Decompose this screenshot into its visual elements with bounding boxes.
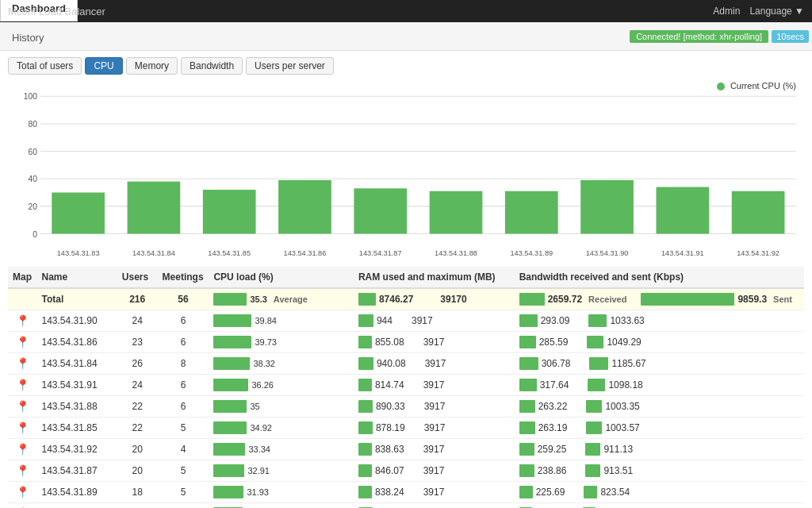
row-map-cell[interactable]: 📍 — [8, 332, 36, 353]
svg-text:143.54.31.84: 143.54.31.84 — [132, 249, 175, 257]
row-bw-recv-value: 238.86 — [538, 465, 567, 476]
row-bw: 317.64 1098.18 — [515, 375, 804, 396]
row-map-cell[interactable]: 📍 — [8, 353, 36, 375]
language-dropdown[interactable]: Language ▼ — [749, 6, 804, 17]
total-bw-sent-bar — [641, 293, 734, 306]
row-bw-sent-bar — [586, 400, 602, 413]
th-ram: RAM used and maximum (MB) — [354, 267, 515, 288]
row-ram: 940.08 3917 — [354, 353, 515, 375]
map-pin-icon[interactable]: 📍 — [16, 486, 29, 498]
row-bw-sent-bar — [587, 336, 603, 348]
row-ram-max: 3917 — [423, 444, 445, 455]
row-bw-recv-value: 225.69 — [536, 487, 565, 498]
row-ram: 890.33 3917 — [354, 396, 515, 418]
table-row: 📍 143.54.31.89 18 5 31.93 838.24 3917 22… — [8, 482, 804, 503]
row-ram: 900.91 3917 — [354, 503, 515, 508]
th-name: Name — [36, 267, 117, 288]
row-bw-sent-value: 911.13 — [603, 444, 633, 455]
row-name: 143.54.31.83 — [36, 503, 117, 508]
row-ram-value: 814.74 — [375, 379, 404, 391]
row-bw-sent-value: 913.51 — [603, 465, 633, 476]
row-cpu-value: 34.92 — [250, 423, 272, 433]
table-row: 📍 143.54.31.84 26 8 38.32 940.08 3917 30… — [8, 353, 804, 375]
row-name: 143.54.31.91 — [36, 375, 117, 396]
row-cpu-value: 33.34 — [248, 444, 270, 454]
row-bw-recv-bar — [519, 400, 535, 413]
row-map-cell[interactable]: 📍 — [8, 482, 36, 503]
row-meetings: 6 — [158, 332, 209, 353]
row-cpu-bar — [213, 314, 251, 327]
row-bw: 263.22 1003.35 — [515, 396, 804, 418]
row-map-cell[interactable]: 📍 — [8, 396, 36, 418]
legend-label: Current CPU (%) — [730, 81, 796, 90]
map-pin-icon[interactable]: 📍 — [16, 421, 29, 434]
svg-rect-24 — [505, 191, 558, 234]
row-bw-sent-value: 1003.35 — [605, 401, 639, 412]
filter-btn-bandwidth[interactable]: Bandwidth — [181, 57, 243, 75]
row-users: 26 — [117, 353, 158, 375]
row-map-cell[interactable]: 📍 — [8, 418, 36, 439]
total-ram-value: 8746.27 — [379, 294, 413, 305]
map-pin-icon[interactable]: 📍 — [16, 400, 29, 413]
row-users: 22 — [117, 396, 158, 418]
total-name: Total — [36, 288, 117, 310]
total-bw-recv-label: Received — [585, 294, 630, 304]
filter-btn-total-users[interactable]: Total of users — [8, 57, 82, 75]
row-bw: 238.86 913.51 — [515, 460, 804, 482]
admin-link[interactable]: Admin — [713, 6, 740, 17]
svg-text:143.54.31.83: 143.54.31.83 — [57, 249, 100, 257]
filter-btn-memory[interactable]: Memory — [126, 57, 178, 75]
svg-text:40: 40 — [28, 175, 37, 183]
row-ram-max: 3917 — [424, 401, 446, 412]
svg-rect-20 — [354, 188, 407, 233]
table-body: Total 216 56 35.3 Average 8746.27 39170 … — [8, 288, 804, 508]
row-cpu-value: 35 — [250, 402, 259, 411]
total-row: Total 216 56 35.3 Average 8746.27 39170 … — [8, 288, 804, 310]
row-cpu-value: 39.73 — [255, 337, 277, 347]
row-meetings: 5 — [158, 460, 209, 482]
map-pin-icon[interactable]: 📍 — [16, 443, 29, 456]
table-row: 📍 143.54.31.85 22 5 34.92 878.19 3917 26… — [8, 418, 804, 439]
row-cpu-bar — [213, 336, 251, 348]
row-users: 23 — [117, 332, 158, 353]
row-cpu: 34.92 — [209, 418, 353, 439]
row-map-cell[interactable]: 📍 — [8, 439, 36, 460]
map-pin-icon[interactable]: 📍 — [16, 357, 29, 370]
row-map-cell[interactable]: 📍 — [8, 375, 36, 396]
svg-rect-16 — [203, 190, 256, 233]
row-name: 143.54.31.90 — [36, 310, 117, 332]
row-cpu-bar — [213, 357, 250, 370]
row-cpu-bar — [213, 443, 245, 456]
map-pin-icon[interactable]: 📍 — [16, 314, 29, 327]
row-name: 143.54.31.86 — [36, 332, 117, 353]
row-map-cell[interactable]: 📍 — [8, 503, 36, 508]
chart-area: Current CPU (%) 100806040200143.54.31.83… — [0, 81, 812, 267]
row-users: 20 — [117, 439, 158, 460]
tab-history[interactable]: History — [0, 25, 78, 51]
data-table-wrapper: Map Name Users Meetings CPU load (%) RAM… — [0, 267, 812, 508]
filter-btn-cpu[interactable]: CPU — [85, 57, 122, 75]
app-title: Mconf Load Balancer — [8, 6, 105, 17]
svg-rect-14 — [128, 182, 181, 234]
server-table: Map Name Users Meetings CPU load (%) RAM… — [8, 267, 804, 508]
total-cpu: 35.3 Average — [209, 288, 353, 310]
row-cpu-value: 39.84 — [255, 316, 277, 325]
map-pin-icon[interactable]: 📍 — [16, 336, 29, 348]
map-pin-icon[interactable]: 📍 — [16, 464, 29, 477]
svg-rect-18 — [278, 180, 331, 234]
row-cpu-value: 36.26 — [251, 380, 274, 390]
row-ram: 855.08 3917 — [354, 332, 515, 353]
total-ram-bar — [358, 293, 376, 306]
svg-text:143.54.31.86: 143.54.31.86 — [284, 249, 327, 257]
svg-text:143.54.31.91: 143.54.31.91 — [661, 249, 704, 257]
row-ram-value: 855.08 — [375, 337, 404, 348]
row-ram-value: 878.19 — [376, 422, 405, 433]
row-map-cell[interactable]: 📍 — [8, 310, 36, 332]
map-pin-icon[interactable]: 📍 — [16, 379, 29, 391]
row-ram: 846.07 3917 — [354, 460, 515, 482]
filter-btn-users-per-server[interactable]: Users per server — [246, 57, 334, 75]
row-map-cell[interactable]: 📍 — [8, 460, 36, 482]
table-row: 📍 143.54.31.83 17 5 30.71 900.91 3917 20… — [8, 503, 804, 508]
svg-rect-22 — [430, 191, 483, 234]
total-bw-sent-value: 9859.3 — [737, 294, 767, 305]
